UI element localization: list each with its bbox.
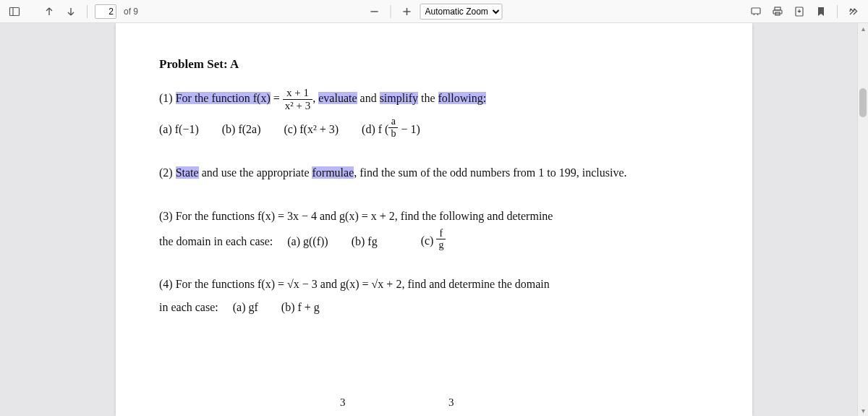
page-up-button[interactable] <box>41 3 58 20</box>
pdf-page: Problem Set: A (1) For the function f(x)… <box>116 23 752 416</box>
p1-opt-c: (c) f(x² + 3) <box>284 123 339 135</box>
presentation-button[interactable] <box>747 3 765 20</box>
p4-line1: (4) For the functions f(x) = √x − 3 and … <box>159 273 709 296</box>
p1-options: (a) f(−1) (b) f(2a) (c) f(x² + 3) (d) f … <box>159 116 709 141</box>
download-button[interactable] <box>791 3 808 20</box>
sidebar-toggle-button[interactable] <box>6 3 23 20</box>
page-num-right: 3 <box>448 391 454 413</box>
separator <box>87 5 88 18</box>
p3-opt-a: (a) g((f)) <box>287 234 328 247</box>
svg-rect-0 <box>10 7 20 15</box>
zoom-select[interactable]: Automatic Zoom <box>420 4 503 20</box>
p1-simplify: simplify <box>380 92 418 104</box>
p2-num: (2) <box>159 166 176 179</box>
zoom-out-button[interactable] <box>366 3 383 20</box>
p1-num: (1) <box>159 92 176 104</box>
p3-line1: (3) For the functions f(x) = 3x − 4 and … <box>159 205 709 228</box>
separator <box>837 5 838 18</box>
p1-opt-d: (d) f (ab − 1) <box>362 123 420 135</box>
vertical-scrollbar[interactable]: ▴ ▾ <box>857 23 868 416</box>
scroll-down-icon[interactable]: ▾ <box>858 405 868 416</box>
print-button[interactable] <box>769 3 786 20</box>
tools-button[interactable] <box>845 3 862 20</box>
scrollbar-thumb[interactable] <box>859 88 867 117</box>
page-down-button[interactable] <box>62 3 80 20</box>
p1-opt-a: (a) f(−1) <box>159 123 199 135</box>
page-num-left: 3 <box>340 391 346 413</box>
svg-rect-6 <box>775 7 780 10</box>
p3-opt-b: (b) fg <box>352 234 378 247</box>
p4-line2: in each case: <box>159 301 218 313</box>
p4-opt-b: (b) f + g <box>281 301 320 313</box>
page-number-input[interactable] <box>95 4 116 19</box>
scroll-up-icon[interactable]: ▴ <box>858 23 868 34</box>
problem-1: (1) For the function f(x) = x + 1x² + 3,… <box>159 87 709 141</box>
p1-opt-b: (b) f(2a) <box>222 123 261 135</box>
p1-fraction: x + 1x² + 3 <box>283 87 312 111</box>
p2-formulae: formulae <box>312 166 354 179</box>
problem-3: (3) For the functions f(x) = 3x − 4 and … <box>159 205 709 253</box>
problem-4: (4) For the functions f(x) = √x − 3 and … <box>159 273 709 319</box>
p1-evaluate: evaluate <box>318 92 357 104</box>
p1-text-for: For the function f(x) <box>176 92 271 104</box>
p1-following: following: <box>438 92 487 104</box>
p1-eq: = <box>271 92 283 104</box>
p3-opt-c: (c) fg <box>421 234 446 247</box>
p2-rest: , find the sum of the odd numbers from 1… <box>354 166 626 179</box>
bookmark-button[interactable] <box>812 3 830 20</box>
problem-set-title: Problem Set: A <box>159 52 709 77</box>
pdf-viewer: Problem Set: A (1) For the function f(x)… <box>0 23 868 416</box>
pdf-toolbar: of 9 Automatic Zoom <box>0 0 868 23</box>
p3-line2: the domain in each case: <box>159 234 273 247</box>
p2-state: State <box>176 166 199 179</box>
zoom-in-button[interactable] <box>399 3 416 20</box>
page-total-label: of 9 <box>124 7 138 17</box>
p4-opt-a: (a) gf <box>233 301 258 313</box>
svg-rect-5 <box>752 8 760 14</box>
problem-2: (2) State and use the appropriate formul… <box>159 161 709 184</box>
separator <box>391 5 391 18</box>
